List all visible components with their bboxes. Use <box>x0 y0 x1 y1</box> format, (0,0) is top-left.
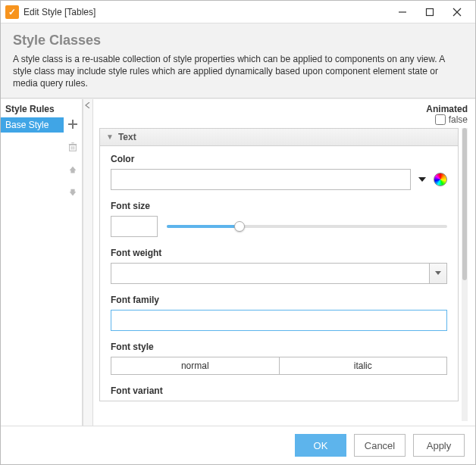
properties-panel: Animated false ▼ Text <box>93 99 475 426</box>
animated-row: Animated false <box>99 104 468 125</box>
body: Style Rules Base Style Animated <box>1 98 475 426</box>
rule-list[interactable]: Base Style <box>1 117 64 426</box>
move-up-button[interactable] <box>66 163 80 176</box>
font-style-toggle[interactable]: normal italic <box>111 357 447 375</box>
titlebar: ✓ Edit Style [Tables] <box>1 1 475 23</box>
font-weight-dropdown-button[interactable] <box>429 263 447 284</box>
text-section-header[interactable]: ▼ Text <box>100 129 458 146</box>
dialog-window: ✓ Edit Style [Tables] Style Classes A st… <box>0 0 476 465</box>
font-style-label: Font style <box>111 342 447 352</box>
minimize-button[interactable] <box>389 2 416 23</box>
animated-checkbox-input[interactable] <box>435 114 446 125</box>
header-description: A style class is a re-usable collection … <box>13 53 463 90</box>
font-variant-label: Font variant <box>111 385 447 396</box>
sidebar-actions <box>64 99 82 426</box>
animated-label: Animated <box>426 104 468 114</box>
panel-splitter[interactable] <box>83 99 93 426</box>
font-weight-label: Font weight <box>111 248 447 258</box>
maximize-button[interactable] <box>416 2 443 23</box>
animated-value: false <box>449 114 468 125</box>
font-size-input[interactable] <box>111 216 158 237</box>
header: Style Classes A style class is a re-usab… <box>1 23 475 98</box>
delete-rule-button[interactable] <box>66 140 80 154</box>
font-weight-input[interactable] <box>111 263 429 284</box>
font-style-italic[interactable]: italic <box>279 357 447 374</box>
svg-rect-1 <box>427 8 434 15</box>
cancel-button[interactable]: Cancel <box>354 434 406 457</box>
ok-button[interactable]: OK <box>295 434 346 457</box>
header-heading: Style Classes <box>13 33 463 48</box>
font-size-slider[interactable] <box>167 219 447 234</box>
font-family-input[interactable] <box>111 310 447 331</box>
move-down-button[interactable] <box>66 186 80 199</box>
collapse-icon: ▼ <box>106 133 114 141</box>
font-size-label: Font size <box>111 201 447 211</box>
section-title: Text <box>118 132 136 142</box>
sidebar-label: Style Rules <box>1 99 64 117</box>
font-style-normal[interactable]: normal <box>111 357 279 374</box>
scrollbar[interactable] <box>462 128 468 421</box>
animated-checkbox[interactable]: false <box>435 114 468 125</box>
text-section: ▼ Text Color <box>99 128 459 401</box>
font-weight-combo[interactable] <box>111 263 447 284</box>
color-label: Color <box>111 154 447 164</box>
scrollbar-thumb[interactable] <box>462 128 467 280</box>
window-title: Edit Style [Tables] <box>23 7 96 17</box>
apply-button[interactable]: Apply <box>413 434 465 457</box>
rule-item[interactable]: Base Style <box>1 117 64 133</box>
color-picker-icon[interactable] <box>434 173 447 186</box>
font-family-label: Font family <box>111 295 447 305</box>
slider-thumb[interactable] <box>234 221 245 232</box>
add-rule-button[interactable] <box>66 117 80 131</box>
footer: OK Cancel Apply <box>1 426 475 464</box>
sidebar: Style Rules Base Style <box>1 99 83 426</box>
color-input[interactable] <box>111 169 411 190</box>
app-icon: ✓ <box>5 5 19 19</box>
color-dropdown-button[interactable] <box>417 174 427 185</box>
close-button[interactable] <box>443 2 471 23</box>
